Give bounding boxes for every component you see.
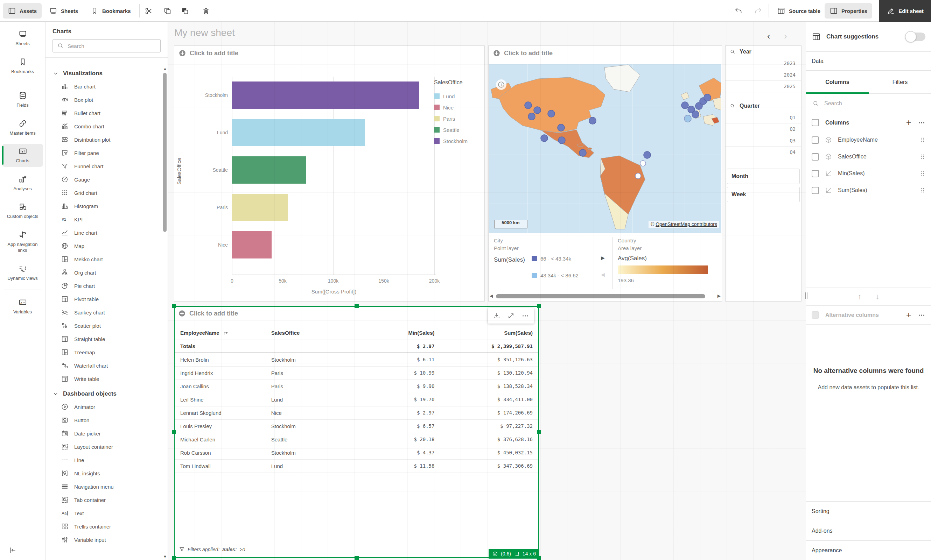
map-point-marker[interactable] <box>704 94 711 101</box>
columns-search-input[interactable] <box>824 100 908 107</box>
chart-item-button[interactable]: Button <box>46 414 163 427</box>
scrollbar-thumb[interactable] <box>496 294 705 298</box>
map-viewport[interactable]: 5000 km © OpenStreetMap contributors <box>489 64 721 233</box>
fullscreen-button[interactable] <box>507 312 515 319</box>
chart-item-waterfall-chart[interactable]: Waterfall chart <box>46 359 163 372</box>
column-checkbox[interactable] <box>812 187 819 194</box>
filter-pane-object[interactable]: Year202320242025QuarterQ1Q2Q3Q4MonthWeek <box>725 45 802 302</box>
map-point-marker[interactable] <box>640 160 646 166</box>
tab-columns[interactable]: Columns <box>806 71 869 94</box>
filter-value-2024[interactable]: 2024 <box>726 69 801 81</box>
sheet-title[interactable]: My new sheet <box>174 27 235 38</box>
resize-handle[interactable] <box>172 304 176 308</box>
sidebar-item-fields[interactable]: Fields <box>2 88 43 111</box>
bar-chart-object[interactable]: Click to add title SalesOffice Stockholm… <box>174 45 485 302</box>
scrollbar-thumb[interactable] <box>163 73 166 232</box>
drag-handle[interactable] <box>919 136 926 143</box>
chart-item-pie-chart[interactable]: Pie chart <box>46 279 163 292</box>
chart-item-variable-input[interactable]: Variable input <box>46 533 163 546</box>
resize-handle[interactable] <box>355 556 359 560</box>
section-sorting[interactable]: Sorting <box>806 501 931 521</box>
bar-lund[interactable] <box>232 119 365 146</box>
drag-handle[interactable] <box>919 153 926 160</box>
scroll-up-icon[interactable]: ▲ <box>163 66 167 71</box>
alternative-more-button[interactable] <box>918 311 925 319</box>
chart-item-trellis-container[interactable]: Trellis container <box>46 520 163 533</box>
filter-value-2023[interactable]: 2023 <box>726 58 801 69</box>
chart-item-line-chart[interactable]: Line chart <box>46 226 163 239</box>
legend-item-seattle[interactable]: Seattle <box>434 124 468 135</box>
chart-item-navigation-menu[interactable]: Navigation menu <box>46 480 163 493</box>
table-row[interactable]: Louis PresleyStockholm$ 6.57$ 97,227.32 <box>175 419 538 433</box>
map-point-marker[interactable] <box>558 124 564 131</box>
download-button[interactable] <box>493 312 501 320</box>
filter-group-week[interactable]: Week <box>727 187 800 202</box>
assets-search[interactable] <box>52 39 161 52</box>
chart-item-grid-chart[interactable]: Grid chart <box>46 186 163 199</box>
map-point-marker[interactable] <box>681 102 689 109</box>
previous-sheet-button[interactable]: ‹ <box>767 31 770 42</box>
legend-item-nice[interactable]: Nice <box>434 102 468 113</box>
table-row[interactable]: Helen BrolinStockholm$ 6.11$ 351,126.63 <box>175 353 538 366</box>
map-point-marker[interactable] <box>534 107 541 114</box>
table-row[interactable]: Rob CarssonStockholm$ 4.37$ 450,032.15 <box>175 446 538 459</box>
section-dashboard-objects[interactable]: Dashboard objects <box>46 385 163 400</box>
map-point-marker[interactable] <box>635 173 641 179</box>
column-item-sumsales[interactable]: Sum(Sales) <box>806 182 931 198</box>
resize-handle[interactable] <box>537 304 541 308</box>
column-header-min(sales)[interactable]: Min(Sales) <box>353 326 440 340</box>
straight-table[interactable]: EmployeeNameSalesOfficeMin(Sales)Sum(Sal… <box>175 326 538 473</box>
chart-item-text[interactable]: Text <box>46 506 163 520</box>
bar-seattle[interactable] <box>232 156 306 184</box>
bar-nice[interactable] <box>232 231 271 258</box>
drag-handle[interactable] <box>919 187 926 194</box>
straight-table-object[interactable]: Click to add title EmployeeNameSalesOffi… <box>174 306 539 558</box>
undo-button[interactable] <box>733 5 744 17</box>
table-row[interactable]: Ingrid HendrixParis$ 10.99$ 130,120.94 <box>175 366 538 380</box>
chart-item-org-chart[interactable]: Org chart <box>46 266 163 279</box>
tab-filters[interactable]: Filters <box>869 71 931 94</box>
column-checkbox[interactable] <box>812 136 819 144</box>
sidebar-item-app-navigation-links[interactable]: App navigation links <box>2 227 43 256</box>
source-table-button[interactable]: Source table <box>772 3 825 18</box>
resize-handle[interactable] <box>537 430 541 434</box>
data-section-header[interactable]: Data <box>806 52 931 71</box>
chart-item-animator[interactable]: Animator <box>46 400 163 414</box>
chart-item-nl-insights[interactable]: NL insights <box>46 467 163 480</box>
legend-item-stockholm[interactable]: Stockholm <box>434 135 468 146</box>
map-point-marker[interactable] <box>541 135 548 142</box>
paste-button[interactable] <box>179 5 190 17</box>
map-point-marker[interactable] <box>548 110 555 117</box>
chart-item-filter-pane[interactable]: Filter pane <box>46 146 163 160</box>
chart-item-date-picker[interactable]: Date picker <box>46 427 163 440</box>
bar-stockholm[interactable] <box>232 82 419 109</box>
move-down-icon[interactable]: ↓ <box>876 292 880 301</box>
chart-item-gauge[interactable]: Gauge <box>46 173 163 186</box>
filter-group-month[interactable]: Month <box>727 169 800 184</box>
add-alternative-button[interactable]: + <box>906 309 911 320</box>
column-checkbox[interactable] <box>812 170 819 177</box>
add-column-button[interactable]: + <box>906 117 911 128</box>
assets-scrollbar[interactable]: ▲ ▼ <box>163 66 167 558</box>
resize-handle[interactable] <box>355 304 359 308</box>
column-header-salesoffice[interactable]: SalesOffice <box>266 326 353 340</box>
legend-item-paris[interactable]: Paris <box>434 113 468 124</box>
section-appearance[interactable]: Appearance <box>806 540 931 560</box>
resize-handle[interactable] <box>172 430 176 434</box>
chart-item-tab-container[interactable]: Tab container <box>46 493 163 506</box>
map-object[interactable]: Click to add title <box>488 45 722 302</box>
sidebar-item-bookmarks[interactable]: Bookmarks <box>2 55 43 78</box>
legend-item-lund[interactable]: Lund <box>434 91 468 102</box>
filter-value-q1[interactable]: Q1 <box>726 112 801 123</box>
more-options-button[interactable] <box>521 312 529 320</box>
copy-button[interactable] <box>162 5 173 17</box>
sidebar-item-dynamic-views[interactable]: Dynamic views <box>2 261 43 285</box>
table-row[interactable]: Joan CallinsParis$ 9.90$ 138,528.34 <box>175 380 538 393</box>
table-row[interactable]: Michael CarlenSeattle$ 20.18$ 376,628.16 <box>175 433 538 446</box>
filter-group-year[interactable]: Year <box>726 46 801 58</box>
chart-item-pivot-table[interactable]: Pivot table <box>46 292 163 306</box>
legend-next-icon[interactable]: ▶ <box>601 255 605 261</box>
column-checkbox[interactable] <box>812 153 819 160</box>
map-point-marker[interactable] <box>558 137 565 144</box>
scroll-left-icon[interactable]: ◀ <box>490 294 493 298</box>
